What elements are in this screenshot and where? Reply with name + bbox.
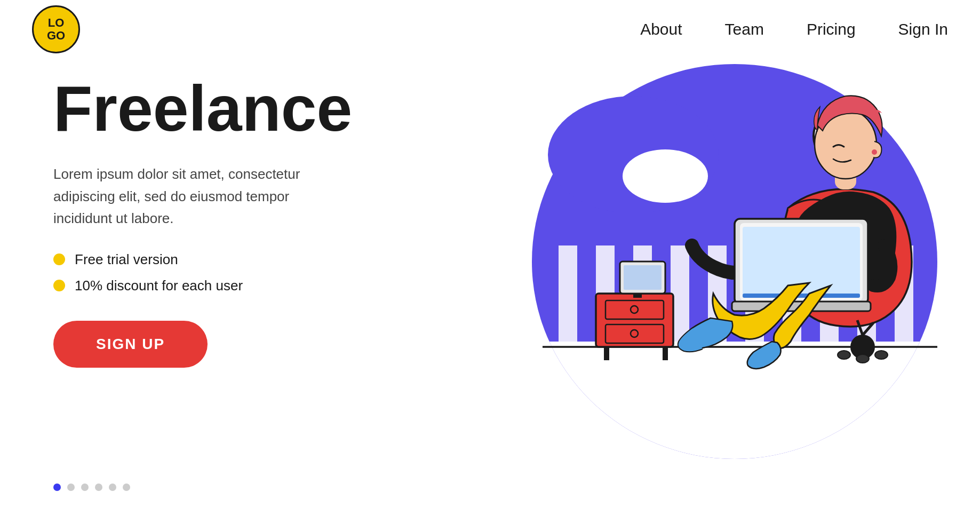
left-content: Freelance Lorem ipsum dolor sit amet, co… — [53, 75, 352, 368]
svg-rect-20 — [604, 347, 609, 360]
svg-rect-44 — [743, 294, 860, 298]
pagination-dot-1[interactable] — [53, 484, 61, 491]
features-list: Free trial version 10% discount for each… — [53, 251, 352, 294]
pagination-dot-6[interactable] — [123, 484, 130, 491]
hero-title: Freelance — [53, 75, 352, 142]
feature-item-1: Free trial version — [53, 251, 352, 268]
bullet-icon-2 — [53, 280, 65, 291]
nav-about[interactable]: About — [640, 20, 682, 38]
hero-description: Lorem ipsum dolor sit amet, consectetur … — [53, 163, 352, 230]
pagination-dot-4[interactable] — [95, 484, 102, 491]
signup-button[interactable]: SIGN UP — [53, 321, 208, 368]
feature-text-1: Free trial version — [75, 251, 178, 268]
pagination-dot-2[interactable] — [67, 484, 75, 491]
svg-point-36 — [856, 354, 869, 363]
svg-point-23 — [631, 306, 638, 313]
svg-rect-5 — [559, 245, 577, 352]
logo[interactable]: LO GO — [32, 5, 80, 53]
nav-team[interactable]: Team — [725, 20, 764, 38]
pagination — [53, 484, 130, 491]
main-nav: About Team Pricing Sign In — [640, 20, 948, 38]
hero-illustration — [489, 32, 969, 512]
nav-pricing[interactable]: Pricing — [807, 20, 856, 38]
nav-signin[interactable]: Sign In — [898, 20, 948, 38]
feature-text-2: 10% discount for each user — [75, 278, 243, 294]
bullet-icon-1 — [53, 253, 65, 265]
svg-point-35 — [875, 351, 888, 359]
pagination-dot-5[interactable] — [109, 484, 116, 491]
header: LO GO About Team Pricing Sign In — [0, 0, 980, 59]
svg-point-25 — [631, 330, 638, 337]
svg-rect-21 — [663, 347, 668, 360]
svg-rect-27 — [624, 265, 662, 290]
pagination-dot-3[interactable] — [81, 484, 89, 491]
svg-point-34 — [838, 351, 850, 359]
logo-text: LO GO — [47, 17, 65, 42]
illustration — [420, 11, 980, 523]
svg-point-39 — [872, 149, 877, 155]
feature-item-2: 10% discount for each user — [53, 278, 352, 294]
svg-rect-28 — [633, 294, 642, 298]
svg-point-2 — [623, 149, 708, 203]
svg-rect-4 — [543, 342, 927, 475]
